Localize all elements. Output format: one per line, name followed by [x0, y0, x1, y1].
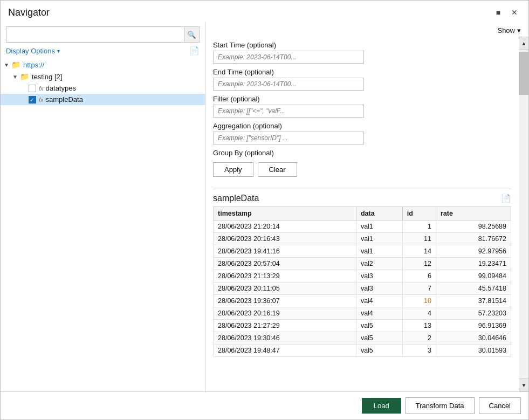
- cell-data: val5: [356, 320, 402, 332]
- close-button[interactable]: ✕: [508, 6, 521, 19]
- minimize-icon: ■: [496, 8, 500, 17]
- preview-file-icon[interactable]: 📄: [501, 194, 511, 203]
- cell-rate: 37.81514: [436, 295, 511, 307]
- form-section: Start Time (optional) End Time (optional…: [213, 41, 511, 185]
- filter-input[interactable]: [213, 105, 364, 118]
- table-row: 28/06/2023 20:16:19val4457.23203: [214, 307, 511, 320]
- table-row: 28/06/2023 19:41:16val11492.97956: [214, 245, 511, 258]
- tree-item-datatypes[interactable]: fx datatypes: [1, 82, 205, 94]
- cell-data: val5: [356, 332, 402, 345]
- filter-label: Filter (optional): [213, 95, 511, 103]
- title-bar: Navigator ■ ✕: [1, 1, 528, 22]
- scroll-down-button[interactable]: ▼: [519, 378, 528, 391]
- table-row: 28/06/2023 20:16:43val11181.76672: [214, 233, 511, 245]
- cell-data: val1: [356, 221, 402, 233]
- cell-id: 10: [402, 295, 436, 307]
- scroll-thumb[interactable]: [519, 52, 528, 95]
- show-chevron-icon: ▾: [517, 26, 521, 35]
- cancel-button[interactable]: Cancel: [479, 397, 521, 414]
- cell-data: val3: [356, 270, 402, 283]
- left-panel: 🔍 Display Options ▾ 📄 ▼ 📁 http: [1, 22, 205, 391]
- tree-label-root: https://: [23, 61, 44, 69]
- scroll-up-button[interactable]: ▲: [519, 37, 528, 50]
- cell-id: 14: [402, 245, 436, 258]
- show-label: Show: [497, 26, 515, 35]
- start-time-input[interactable]: [213, 51, 364, 64]
- group-by-label: Group By (optional): [213, 149, 511, 157]
- apply-button[interactable]: Apply: [213, 162, 253, 177]
- tree-item-testing[interactable]: ▼ 📁 testing [2]: [1, 71, 205, 82]
- cell-timestamp: 28/06/2023 20:16:43: [214, 233, 356, 245]
- right-panel-wrapper: Start Time (optional) End Time (optional…: [205, 37, 528, 391]
- cell-rate: 96.91369: [436, 320, 511, 332]
- tree-label-sampledata: sampleData: [46, 95, 83, 104]
- file-icon: 📄: [189, 46, 200, 55]
- table-row: 28/06/2023 19:36:07val41037.81514: [214, 295, 511, 307]
- tree-label-datatypes: datatypes: [46, 84, 76, 92]
- col-timestamp: timestamp: [214, 207, 356, 221]
- chevron-down-icon: ▾: [57, 48, 60, 54]
- search-input[interactable]: [6, 28, 184, 42]
- clear-button[interactable]: Clear: [258, 162, 297, 177]
- cell-id: 3: [402, 345, 436, 357]
- end-time-input[interactable]: [213, 78, 364, 91]
- cell-timestamp: 28/06/2023 20:16:19: [214, 307, 356, 320]
- cell-data: val1: [356, 233, 402, 245]
- display-options-label: Display Options: [6, 47, 55, 55]
- right-panel: Show ▾ Start Time (optional) End Time (o…: [205, 22, 528, 391]
- right-scroll-area: Start Time (optional) End Time (optional…: [205, 37, 519, 391]
- title-bar-controls: ■ ✕: [492, 6, 521, 19]
- divider: [213, 189, 511, 189]
- btn-row: Apply Clear: [213, 162, 511, 177]
- main-content: 🔍 Display Options ▾ 📄 ▼ 📁 http: [1, 22, 528, 391]
- transform-data-button[interactable]: Transform Data: [406, 397, 475, 414]
- cell-id: 12: [402, 258, 436, 270]
- cell-rate: 57.23203: [436, 307, 511, 320]
- cell-data: val1: [356, 245, 402, 258]
- table-header-row: timestamp data id rate: [214, 207, 511, 221]
- minimize-button[interactable]: ■: [492, 6, 505, 19]
- table-header: timestamp data id rate: [214, 207, 511, 221]
- right-scrollbar: ▲ ▼: [519, 37, 528, 391]
- tree-area: ▼ 📁 https:// ▼ 📁 testing [2] fx datatype…: [1, 59, 205, 391]
- close-icon: ✕: [511, 8, 518, 17]
- cell-timestamp: 28/06/2023 20:57:04: [214, 258, 356, 270]
- tree-label-testing: testing [2]: [32, 73, 62, 81]
- bottom-bar: Load Transform Data Cancel: [1, 391, 528, 419]
- cell-timestamp: 28/06/2023 21:13:29: [214, 270, 356, 283]
- cell-data: val4: [356, 307, 402, 320]
- cell-timestamp: 28/06/2023 21:20:14: [214, 221, 356, 233]
- cell-timestamp: 28/06/2023 19:36:07: [214, 295, 356, 307]
- checkbox-sampledata[interactable]: [29, 96, 36, 104]
- cell-rate: 30.01593: [436, 345, 511, 357]
- col-data: data: [356, 207, 402, 221]
- load-button[interactable]: Load: [362, 398, 401, 414]
- aggregation-input[interactable]: [213, 132, 364, 144]
- file-icon-button[interactable]: 📄: [189, 46, 200, 56]
- tree-arrow-root: ▼: [4, 62, 11, 68]
- cell-rate: 98.25689: [436, 221, 511, 233]
- cell-id: 11: [402, 233, 436, 245]
- show-button[interactable]: Show ▾: [497, 26, 521, 35]
- start-time-label: Start Time (optional): [213, 41, 511, 49]
- cell-id: 7: [402, 283, 436, 295]
- checkbox-datatypes[interactable]: [29, 85, 36, 92]
- end-time-label: End Time (optional): [213, 68, 511, 76]
- right-top: Show ▾: [205, 22, 528, 37]
- cell-data: val5: [356, 345, 402, 357]
- table-row: 28/06/2023 19:30:46val5230.04646: [214, 332, 511, 345]
- cell-id: 13: [402, 320, 436, 332]
- tree-item-root[interactable]: ▼ 📁 https://: [1, 59, 205, 71]
- search-button[interactable]: 🔍: [184, 27, 199, 42]
- table-body: 28/06/2023 21:20:14val1198.2568928/06/20…: [214, 221, 511, 357]
- cell-rate: 30.04646: [436, 332, 511, 345]
- display-options-button[interactable]: Display Options ▾: [6, 47, 60, 55]
- preview-title: sampleData 📄: [213, 194, 511, 203]
- cell-timestamp: 28/06/2023 19:41:16: [214, 245, 356, 258]
- cell-id: 6: [402, 270, 436, 283]
- table-row: 28/06/2023 21:20:14val1198.25689: [214, 221, 511, 233]
- table-row: 28/06/2023 20:57:04val21219.23471: [214, 258, 511, 270]
- table-row: 28/06/2023 21:13:29val3699.09484: [214, 270, 511, 283]
- cell-data: val2: [356, 258, 402, 270]
- tree-item-sampledata[interactable]: fx sampleData: [1, 94, 205, 105]
